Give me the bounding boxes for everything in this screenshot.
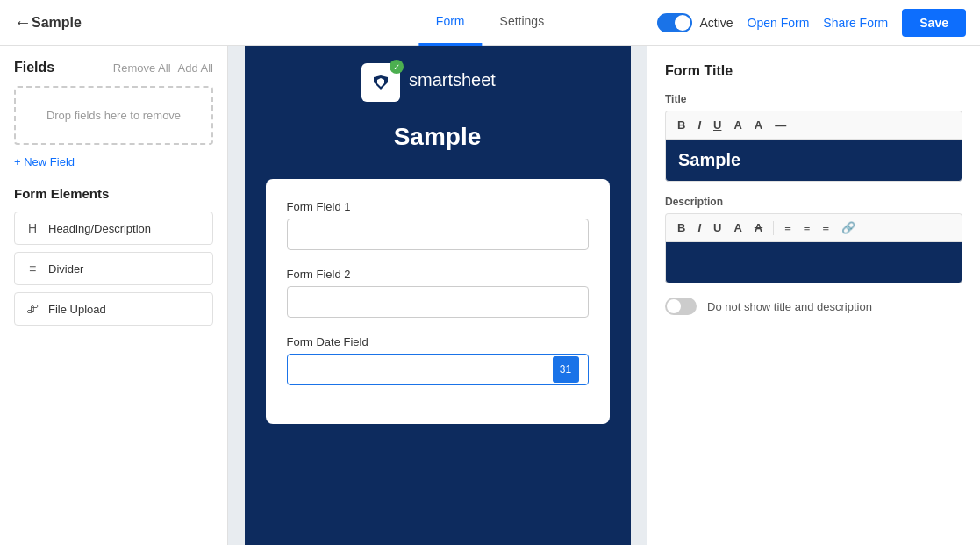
right-panel-title: Form Title	[665, 63, 962, 79]
strikethrough-button[interactable]: A	[750, 117, 767, 133]
element-file-upload[interactable]: 🖇 File Upload	[14, 292, 213, 326]
svg-text:smartsheet: smartsheet	[409, 70, 496, 90]
logo-bar: ✓ smartsheet	[266, 63, 610, 102]
new-field-button[interactable]: + New Field	[14, 155, 213, 169]
form-date-field-group: Form Date Field 31	[287, 335, 589, 385]
desc-indent-button[interactable]: ≡	[818, 219, 833, 236]
right-panel: Form Title Title B I U A A — Sample Desc…	[647, 46, 980, 545]
toolbar-separator	[773, 221, 774, 235]
font-color-button[interactable]: A	[729, 117, 746, 133]
smartsheet-wordmark: smartsheet	[409, 67, 514, 93]
form-preview: ✓ smartsheet Sample Form Field 1 Form	[245, 46, 631, 545]
form-title-display: Sample	[394, 123, 482, 151]
center-panel: ✓ smartsheet Sample Form Field 1 Form	[228, 46, 647, 545]
main-content: Fields Remove All Add All Drop fields he…	[0, 46, 980, 545]
tab-form[interactable]: Form	[418, 0, 483, 46]
logo-icon-wrap: ✓	[361, 63, 400, 102]
divider-icon: ≡	[25, 262, 39, 276]
title-field-label: Title	[665, 93, 962, 105]
app-header: ← Sample Form Settings Active Open Form …	[0, 0, 980, 46]
element-heading-label: Heading/Description	[48, 222, 151, 235]
title-content-area[interactable]: Sample	[665, 139, 962, 182]
desc-strikethrough-button[interactable]: A	[750, 219, 767, 236]
remove-all-button[interactable]: Remove All	[113, 61, 171, 75]
header-right: Active Open Form Share Form Save	[657, 9, 966, 37]
calendar-icon-button[interactable]: 31	[553, 356, 579, 383]
underline-button[interactable]: U	[709, 117, 726, 133]
desc-unordered-list-button[interactable]: ≡	[799, 219, 815, 236]
description-label: Description	[665, 196, 962, 208]
title-toolbar: B I U A A —	[665, 111, 962, 139]
show-title-toggle-label: Do not show title and description	[707, 300, 872, 313]
horizontal-rule-button[interactable]: —	[770, 117, 790, 133]
form-field-2-group: Form Field 2	[287, 268, 589, 318]
active-label: Active	[699, 16, 733, 30]
element-file-upload-label: File Upload	[48, 303, 106, 316]
form-field-2-input[interactable]	[287, 286, 589, 318]
form-field-2-label: Form Field 2	[287, 268, 589, 281]
desc-italic-button[interactable]: I	[693, 219, 705, 236]
tab-settings[interactable]: Settings	[483, 0, 562, 46]
back-button[interactable]: ←	[14, 12, 32, 32]
calendar-icon: 31	[560, 363, 571, 376]
description-content-area[interactable]	[665, 241, 962, 283]
toggle-knob	[675, 15, 690, 31]
add-all-button[interactable]: Add All	[178, 61, 213, 75]
form-field-1-label: Form Field 1	[287, 200, 589, 213]
header-tabs: Form Settings	[418, 0, 562, 46]
italic-button[interactable]: I	[693, 117, 705, 133]
fields-header: Fields Remove All Add All	[14, 60, 213, 75]
smartsheet-logo-text: smartsheet	[409, 67, 514, 98]
bold-button[interactable]: B	[673, 117, 690, 133]
desc-bold-button[interactable]: B	[673, 219, 690, 236]
heading-icon: H	[25, 221, 39, 235]
share-form-button[interactable]: Share Form	[823, 16, 888, 30]
drop-zone[interactable]: Drop fields here to remove	[14, 86, 213, 145]
form-preview-header: ✓ smartsheet Sample	[245, 46, 631, 179]
app-title: Sample	[32, 15, 82, 31]
show-title-toggle-row: Do not show title and description	[665, 298, 962, 315]
back-icon: ←	[14, 12, 32, 32]
desc-underline-button[interactable]: U	[709, 219, 726, 236]
element-divider[interactable]: ≡ Divider	[14, 252, 213, 285]
form-field-1-group: Form Field 1	[287, 200, 589, 250]
desc-font-color-button[interactable]: A	[729, 219, 746, 236]
description-toolbar: B I U A A ≡ ≡ ≡ 🔗	[665, 213, 962, 241]
left-panel: Fields Remove All Add All Drop fields he…	[0, 46, 228, 545]
form-card: Form Field 1 Form Field 2 Form Date Fiel…	[266, 179, 610, 424]
show-title-toggle[interactable]	[665, 298, 697, 315]
save-button[interactable]: Save	[902, 9, 966, 37]
fields-actions: Remove All Add All	[113, 61, 213, 75]
form-date-input[interactable]: 31	[287, 354, 589, 385]
title-text-preview: Sample	[678, 150, 740, 169]
form-date-field-label: Form Date Field	[287, 335, 589, 348]
form-field-1-input[interactable]	[287, 219, 589, 250]
file-upload-icon: 🖇	[25, 302, 39, 316]
smartsheet-logo-svg	[368, 70, 393, 95]
fields-title: Fields	[14, 60, 54, 75]
element-heading[interactable]: H Heading/Description	[14, 212, 213, 245]
logo-badge: ✓	[390, 60, 404, 74]
drop-zone-text: Drop fields here to remove	[46, 109, 181, 122]
desc-ordered-list-button[interactable]: ≡	[780, 219, 796, 236]
form-elements-title: Form Elements	[14, 186, 213, 201]
active-toggle[interactable]	[657, 13, 692, 32]
element-divider-label: Divider	[48, 262, 83, 276]
open-form-button[interactable]: Open Form	[748, 16, 810, 30]
active-toggle-wrap: Active	[657, 13, 733, 32]
toggle-small-knob	[667, 299, 681, 313]
desc-link-button[interactable]: 🔗	[837, 219, 860, 236]
